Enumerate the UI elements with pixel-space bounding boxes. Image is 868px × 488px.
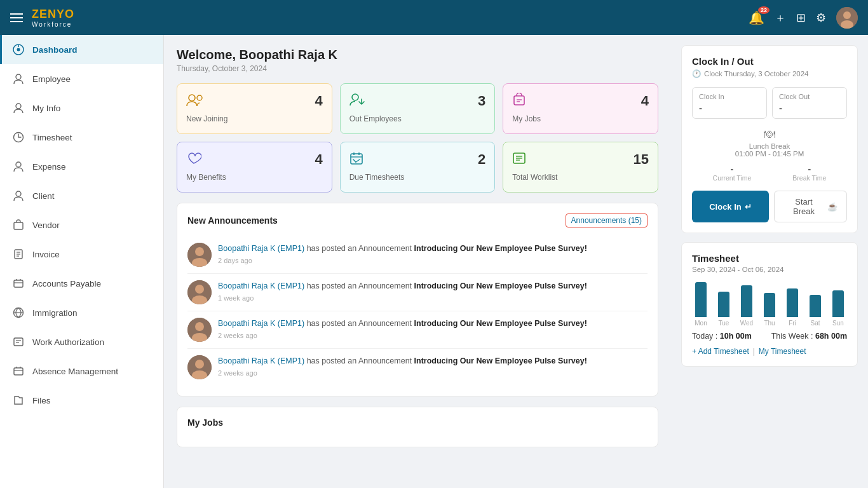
due-timesheets-label: Due Timesheets [349, 173, 486, 182]
due-timesheets-value: 2 [478, 151, 485, 168]
ts-day-label-thu: Thu [764, 320, 775, 327]
user-avatar[interactable] [836, 7, 858, 29]
break-time-label: Break Time [792, 174, 826, 182]
my-timesheet-link[interactable]: My Timesheet [759, 347, 806, 356]
sidebar-item-vendor[interactable]: Vendor [0, 210, 163, 240]
ann-author-4[interactable]: Boopathi Raja K (EMP1) [218, 356, 304, 365]
sidebar-item-absence-management-label: Absence Management [32, 367, 153, 376]
work-auth-icon [12, 336, 25, 348]
add-timesheet-link[interactable]: + Add Timesheet [692, 347, 749, 356]
sidebar-item-expense[interactable]: Expense [0, 152, 163, 181]
lunch-icon: 🍽 [692, 128, 847, 141]
my-jobs-header: My Jobs [187, 417, 648, 428]
logo-zenyo: ZENYO [32, 8, 74, 21]
expense-icon [12, 160, 25, 173]
svg-rect-11 [14, 222, 23, 229]
right-panel: Clock In / Out 🕐 Clock Thursday, 3 Octob… [671, 35, 868, 488]
ann-text-2: Boopathi Raja K (EMP1) has posted an Ann… [218, 280, 648, 292]
ts-bar-rect-wed [741, 285, 752, 317]
stat-card-my-benefits[interactable]: 4 My Benefits [177, 142, 332, 193]
sidebar-item-dashboard-label: Dashboard [32, 45, 153, 55]
svg-point-9 [16, 162, 21, 167]
announcements-link[interactable]: Announcements (15) [566, 214, 648, 227]
ann-time-2: 1 week ago [218, 294, 648, 302]
logo-area: ZENYO Workforce [32, 8, 74, 28]
out-employees-label: Out Employees [349, 114, 486, 123]
stat-card-due-timesheets[interactable]: 2 Due Timesheets [340, 142, 496, 193]
header-left: ZENYO Workforce [10, 8, 74, 28]
ts-stats: Today : 10h 00m This Week : 68h 00m [692, 332, 847, 341]
sidebar-item-employee[interactable]: Employee [0, 64, 163, 93]
timesheet-panel: Timesheet Sep 30, 2024 - Oct 06, 2024 Mo… [681, 242, 858, 367]
sidebar-item-accounts-payable[interactable]: Accounts Payable [0, 269, 163, 298]
sidebar-item-absence-management[interactable]: Absence Management [0, 356, 163, 386]
ts-day-label-wed: Wed [740, 320, 753, 327]
stat-card-new-joining[interactable]: 4 New Joining [177, 83, 332, 134]
clock-in-button[interactable]: Clock In ↵ [692, 191, 769, 222]
clock-date: 🕐 Clock Thursday, 3 October 2024 [692, 69, 847, 78]
welcome-title: Welcome, Boopathi Raja K [177, 48, 658, 62]
stat-card-total-worklist[interactable]: 15 Total Worklist [503, 142, 658, 193]
sidebar-item-work-authorization[interactable]: Work Authorization [0, 327, 163, 356]
sidebar-item-invoice[interactable]: Invoice [0, 240, 163, 269]
start-break-button[interactable]: Start Break ☕ [774, 191, 847, 222]
lunch-info: 🍽 Lunch Break 01:00 PM - 01:45 PM [692, 128, 847, 158]
hamburger-menu[interactable] [10, 13, 23, 22]
sidebar-item-dashboard[interactable]: Dashboard [0, 35, 163, 64]
sidebar-item-my-info[interactable]: My Info [0, 93, 163, 123]
sidebar-item-files[interactable]: Files [0, 386, 163, 415]
current-time-item: - Current Time [713, 164, 752, 182]
svg-point-55 [195, 360, 204, 369]
ann-author-1[interactable]: Boopathi Raja K (EMP1) [218, 244, 304, 253]
immigration-icon [12, 306, 25, 319]
ts-bar-rect-sun [832, 290, 844, 317]
ts-bar-mon: Mon [692, 282, 710, 327]
my-info-icon [12, 102, 25, 114]
ann-author-2[interactable]: Boopathi Raja K (EMP1) [218, 281, 304, 290]
total-worklist-label: Total Worklist [512, 173, 649, 182]
ann-author-3[interactable]: Boopathi Raja K (EMP1) [218, 319, 304, 328]
total-worklist-value: 15 [634, 151, 649, 168]
new-joining-label: New Joining [186, 114, 323, 123]
grid-icon[interactable]: ⊞ [796, 11, 806, 25]
svg-point-49 [195, 285, 204, 294]
my-benefits-label: My Benefits [186, 173, 323, 182]
sidebar-item-timesheet[interactable]: Timesheet [0, 123, 163, 152]
my-jobs-icon [512, 93, 526, 111]
ts-bar-thu: Thu [761, 293, 778, 327]
notification-bell[interactable]: 🔔 22 [749, 10, 764, 25]
new-joining-value: 4 [315, 93, 322, 109]
svg-rect-22 [14, 338, 23, 346]
stat-card-my-jobs[interactable]: 4 My Jobs [503, 83, 658, 134]
my-jobs-section: My Jobs [177, 407, 658, 447]
svg-point-31 [352, 94, 358, 100]
stat-card-out-employees[interactable]: 3 Out Employees [340, 83, 496, 134]
sidebar-item-expense-label: Expense [32, 162, 153, 172]
sidebar-item-invoice-label: Invoice [32, 250, 153, 259]
svg-rect-32 [514, 96, 524, 105]
ts-links: + Add Timesheet | My Timesheet [692, 347, 847, 356]
out-employees-icon [349, 93, 365, 111]
clock-out-label: Clock Out [779, 93, 840, 100]
svg-rect-35 [351, 154, 362, 164]
ts-bar-rect-fri [787, 288, 798, 317]
add-icon[interactable]: ＋ [775, 10, 786, 25]
svg-point-52 [195, 322, 204, 331]
main-layout: Dashboard Employee My Info [0, 35, 868, 488]
settings-icon[interactable]: ⚙ [816, 11, 826, 25]
svg-point-4 [17, 48, 20, 51]
ann-content-1: Boopathi Raja K (EMP1) has posted an Ann… [218, 243, 648, 267]
sidebar-item-immigration[interactable]: Immigration [0, 298, 163, 327]
start-break-btn-label: Start Break [783, 197, 824, 216]
svg-line-40 [356, 159, 360, 162]
clock-in-box: Clock In - [692, 87, 767, 119]
sidebar-item-immigration-label: Immigration [32, 308, 153, 318]
ts-day-label-sat: Sat [810, 320, 820, 327]
svg-rect-16 [14, 280, 23, 287]
sidebar-item-employee-label: Employee [32, 74, 153, 84]
clock-date-text: Clock Thursday, 3 October 2024 [704, 70, 809, 78]
top-header: ZENYO Workforce 🔔 22 ＋ ⊞ ⚙ [0, 0, 868, 35]
ann-avatar-2 [187, 280, 212, 304]
sidebar-item-client[interactable]: Client [0, 181, 163, 210]
ann-time-3: 2 weeks ago [218, 332, 648, 339]
